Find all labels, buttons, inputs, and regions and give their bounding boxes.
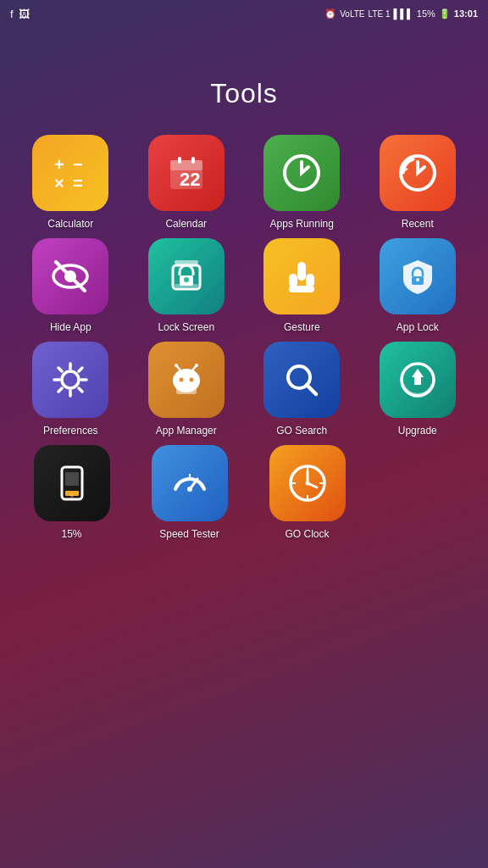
page-title: Tools <box>0 78 488 109</box>
calculator-icon: + − × = <box>32 135 108 211</box>
app-manager-icon <box>148 342 225 418</box>
app-grid: + − × = Calculator 22 Calendar <box>0 135 488 437</box>
svg-rect-39 <box>414 376 421 385</box>
system-status: ⏰ VoLTE LTE 1 ▌▌▌ 15% 🔋 13:01 <box>324 8 478 19</box>
svg-rect-20 <box>297 262 306 281</box>
battery-percent: 15% <box>417 8 435 19</box>
svg-rect-8 <box>191 157 195 164</box>
svg-rect-21 <box>289 274 297 287</box>
speed-tester-label: Speed Tester <box>159 528 219 540</box>
svg-line-36 <box>307 385 316 394</box>
lock-screen-icon <box>148 238 225 314</box>
svg-rect-42 <box>65 472 79 486</box>
app-lock-icon <box>380 238 456 314</box>
gesture-icon <box>263 238 340 314</box>
app-grid-last-row: 15% Speed Tester <box>0 445 488 540</box>
lte-indicator: LTE 1 <box>369 9 391 19</box>
battery-label: 15% <box>61 528 81 540</box>
app-recent[interactable]: Recent <box>364 135 472 230</box>
battery-app-icon <box>34 445 110 521</box>
calculator-label: Calculator <box>47 218 93 230</box>
app-manager-label: App Manager <box>156 425 217 437</box>
calendar-icon: 22 <box>148 135 225 211</box>
svg-rect-23 <box>289 286 314 292</box>
svg-point-32 <box>175 364 178 367</box>
svg-text:22: 22 <box>180 169 200 190</box>
svg-rect-19 <box>175 260 198 264</box>
preferences-label: Preferences <box>43 425 98 437</box>
svg-text:−: − <box>73 155 83 174</box>
app-upgrade[interactable]: Upgrade <box>364 342 472 437</box>
svg-point-28 <box>179 378 183 382</box>
signal-bars: ▌▌▌ <box>393 8 413 19</box>
app-lock-screen[interactable]: Lock Screen <box>133 238 241 333</box>
svg-point-43 <box>70 494 74 498</box>
go-search-icon <box>263 342 340 418</box>
speed-tester-icon <box>152 445 228 521</box>
app-calculator[interactable]: + − × = Calculator <box>17 135 125 230</box>
svg-point-48 <box>187 487 192 492</box>
app-speed-tester[interactable]: Speed Tester <box>135 445 244 540</box>
voip-indicator: VoLTE <box>340 9 364 19</box>
notification-icons: f 🖼 <box>10 8 30 20</box>
clock: 13:01 <box>454 8 478 19</box>
svg-rect-7 <box>178 157 181 164</box>
hide-app-icon <box>32 238 108 314</box>
upgrade-icon <box>380 342 456 418</box>
app-gesture[interactable]: Gesture <box>248 238 356 333</box>
svg-point-17 <box>184 277 189 282</box>
app-lock[interactable]: App Lock <box>364 238 472 333</box>
svg-marker-38 <box>412 369 424 377</box>
recent-label: Recent <box>402 218 434 230</box>
hide-app-label: Hide App <box>50 321 92 333</box>
svg-point-52 <box>305 481 309 486</box>
svg-rect-22 <box>306 274 314 287</box>
apps-running-icon <box>263 135 340 211</box>
gesture-label: Gesture <box>284 321 320 333</box>
app-battery[interactable]: 15% <box>17 445 126 540</box>
status-bar: f 🖼 ⏰ VoLTE LTE 1 ▌▌▌ 15% 🔋 13:01 <box>0 0 488 27</box>
svg-text:×: × <box>54 174 64 192</box>
lock-screen-label: Lock Screen <box>158 321 214 333</box>
app-lock-label: App Lock <box>396 321 439 333</box>
facebook-icon: f <box>10 8 14 20</box>
calendar-label: Calendar <box>165 218 207 230</box>
svg-point-29 <box>189 378 193 382</box>
preferences-icon <box>32 342 108 418</box>
svg-rect-34 <box>176 387 197 394</box>
go-clock-label: GO Clock <box>285 528 329 540</box>
app-go-clock[interactable]: GO Clock <box>252 445 362 540</box>
recent-icon <box>380 135 456 211</box>
svg-point-26 <box>62 371 79 388</box>
photo-icon: 🖼 <box>19 8 30 20</box>
app-apps-running[interactable]: Apps Running <box>248 135 356 230</box>
go-clock-icon <box>269 445 346 521</box>
app-hide-app[interactable]: Hide App <box>17 238 125 333</box>
app-go-search[interactable]: GO Search <box>248 342 356 437</box>
app-manager[interactable]: App Manager <box>133 342 241 437</box>
svg-rect-18 <box>175 284 198 287</box>
go-search-label: GO Search <box>276 425 327 437</box>
apps-running-label: Apps Running <box>270 218 334 230</box>
battery-icon: 🔋 <box>439 8 451 19</box>
app-calendar[interactable]: 22 Calendar <box>133 135 241 230</box>
app-preferences[interactable]: Preferences <box>17 342 125 437</box>
svg-point-25 <box>416 278 419 281</box>
svg-text:=: = <box>73 174 83 192</box>
svg-text:+: + <box>54 155 64 174</box>
upgrade-label: Upgrade <box>398 425 437 437</box>
svg-point-33 <box>195 364 198 367</box>
alarm-icon: ⏰ <box>324 8 336 19</box>
